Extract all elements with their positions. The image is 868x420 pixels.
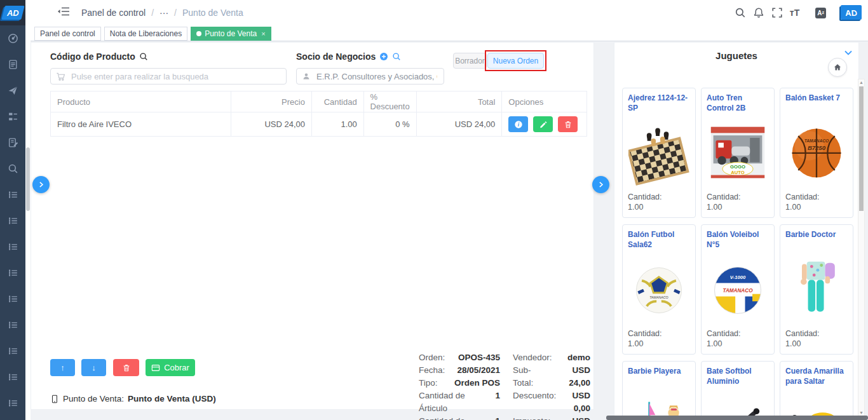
products-scrollbar[interactable]: ▲ ▼ — [858, 79, 865, 416]
tab-panel-de-control[interactable]: Panel de control — [34, 27, 101, 41]
breadcrumb-item[interactable]: Panel de control — [81, 8, 146, 18]
new-order-button[interactable]: Nueva Orden — [487, 53, 544, 69]
product-card[interactable]: Balón Basket 7TAMANACOB7250Cantidad:1.00 — [780, 88, 853, 218]
top-navbar: Panel de control / ··· / Punto de Venta … — [25, 0, 868, 25]
scroll-up-icon[interactable]: ▲ — [858, 80, 864, 85]
svg-text:TAMANACO: TAMANACO — [723, 288, 754, 294]
form-icon[interactable] — [8, 137, 18, 148]
nested-list-icon[interactable] — [8, 189, 18, 200]
col-opciones: Opciones — [502, 91, 587, 112]
quantity-label: Cantidad: — [785, 192, 848, 202]
quantity-label: Cantidad: — [707, 192, 769, 202]
sidebar-toggle-icon[interactable] — [57, 6, 70, 19]
delete-order-button[interactable] — [113, 359, 139, 376]
fullscreen-icon[interactable] — [771, 7, 783, 18]
nested-list-icon[interactable] — [8, 294, 18, 304]
product-name: Balón Voleibol N°5 — [707, 230, 769, 250]
app-logo-corner: AD — [0, 0, 25, 25]
product-image-doll-beach — [628, 384, 690, 416]
cell-total: USD 24,00 — [417, 112, 503, 136]
expand-left-panel-button[interactable] — [32, 176, 50, 193]
navbar-actions: тT Aᶻ AD — [735, 0, 864, 25]
font-size-icon[interactable]: тT — [790, 8, 799, 18]
product-image-train: GOGOAUTO — [707, 113, 769, 192]
product-image-soccer: TAMANACO — [628, 250, 690, 329]
nested-list-icon[interactable] — [8, 372, 18, 383]
pos-order-panel: Código de Producto Socio de Negocios Bor… — [31, 42, 594, 410]
discount: USD 0,00 — [561, 390, 590, 415]
cell-producto: Filtro de Aire IVECO — [51, 112, 231, 136]
search-icon[interactable] — [139, 52, 148, 61]
person-icon — [302, 72, 311, 81]
document-icon[interactable] — [8, 59, 18, 70]
quantity-label: Cantidad: — [628, 329, 690, 339]
product-card[interactable]: Balón Futbol Sala62TAMANACOCantidad:1.00 — [622, 224, 696, 355]
breadcrumb-collapsed[interactable]: ··· — [159, 8, 168, 18]
svg-text:B7250: B7250 — [808, 144, 826, 151]
svg-text:GOGO: GOGO — [730, 164, 745, 170]
move-down-button[interactable]: ↓ — [81, 359, 106, 376]
product-image-volleyball: V-1000TAMANACO — [707, 250, 769, 329]
nested-list-icon[interactable] — [8, 268, 18, 278]
svg-text:V-1000: V-1000 — [730, 274, 746, 280]
move-up-button[interactable]: ↑ — [50, 359, 75, 376]
nested-list-icon[interactable] — [8, 398, 18, 409]
product-card[interactable]: Auto Tren Control 2BGOGOAUTOCantidad:1.0… — [701, 88, 775, 218]
product-card[interactable]: Barbie PlayeraCantidad:1.00 — [622, 361, 696, 416]
category-home-button[interactable] — [828, 58, 847, 77]
expand-right-panel-button[interactable] — [592, 176, 609, 193]
tab-nota-de-liberaciones[interactable]: Nota de Liberaciones — [104, 27, 187, 41]
col-cantidad: Cantidad — [312, 91, 364, 112]
dashboard-icon[interactable] — [8, 33, 18, 44]
order-date: 28/05/2021 — [457, 364, 500, 377]
pos-application: AD Panel de control / ··· / Punto de Ven… — [0, 0, 868, 420]
product-card[interactable]: Ajedrez 1124-12-SPCantidad:1.00 — [622, 88, 696, 218]
product-card[interactable]: Bate Softbol AluminioCantidad:1.00 — [701, 361, 775, 416]
nested-list-icon[interactable] — [8, 346, 18, 356]
cell-descuento: 0 % — [364, 112, 417, 136]
horizontal-scrollbar-thumb[interactable] — [606, 416, 868, 420]
language-icon[interactable]: Aᶻ — [815, 8, 826, 18]
product-card[interactable]: Cuerda Amarilla para SaltarCantidad:1.00 — [780, 361, 853, 416]
bell-icon[interactable] — [753, 7, 764, 18]
product-code-input[interactable] — [70, 71, 281, 82]
product-card[interactable]: Barbie DoctorCantidad:1.00 — [780, 224, 853, 355]
table-header: Producto Precio Cantidad % Descuento Tot… — [51, 91, 587, 112]
quantity-label: Cantidad: — [628, 192, 690, 202]
send-icon[interactable] — [8, 85, 18, 96]
row-delete-button[interactable] — [558, 116, 578, 132]
chevron-down-icon[interactable] — [843, 48, 853, 58]
tab-punto-de-venta[interactable]: Punto de Venta× — [191, 27, 271, 41]
add-partner-icon[interactable] — [379, 52, 388, 61]
scrollbar-thumb[interactable] — [26, 147, 30, 211]
user-logo-button[interactable]: AD — [841, 7, 862, 18]
tree-table-icon[interactable] — [8, 111, 18, 122]
nested-list-icon[interactable] — [8, 215, 18, 226]
search-icon[interactable] — [735, 7, 746, 18]
quantity-value: 1.00 — [785, 202, 848, 212]
product-name: Auto Tren Control 2B — [707, 93, 769, 113]
business-partner-label: Socio de Negocios — [296, 51, 401, 62]
product-card[interactable]: Balón Voleibol N°5V-1000TAMANACOCantidad… — [701, 224, 775, 355]
draft-button[interactable]: Borrador — [453, 53, 487, 69]
scrollbar-thumb[interactable] — [859, 86, 864, 211]
svg-text:TAMANACO: TAMANACO — [804, 138, 829, 142]
close-tab-icon[interactable]: × — [261, 30, 265, 37]
nested-list-icon[interactable] — [8, 320, 18, 330]
line-count: 1 — [495, 415, 500, 420]
row-edit-button[interactable] — [533, 116, 553, 132]
search-partner-icon[interactable] — [392, 52, 401, 61]
search-icon[interactable] — [8, 163, 18, 174]
col-producto: Producto — [51, 91, 231, 112]
collect-payment-button[interactable]: Cobrar — [146, 359, 195, 376]
business-partner-input[interactable] — [315, 71, 438, 82]
sidebar-scrollbar[interactable] — [25, 25, 31, 420]
active-dot-icon — [196, 31, 201, 36]
nested-list-icon[interactable] — [8, 241, 18, 252]
row-info-button[interactable]: i — [508, 116, 528, 132]
order-number: OPOS-435 — [458, 351, 500, 364]
product-code-label: Código de Producto — [50, 51, 148, 62]
scroll-down-icon[interactable]: ▼ — [858, 410, 864, 415]
col-precio: Precio — [231, 91, 312, 112]
col-descuento: % Descuento — [364, 91, 417, 112]
